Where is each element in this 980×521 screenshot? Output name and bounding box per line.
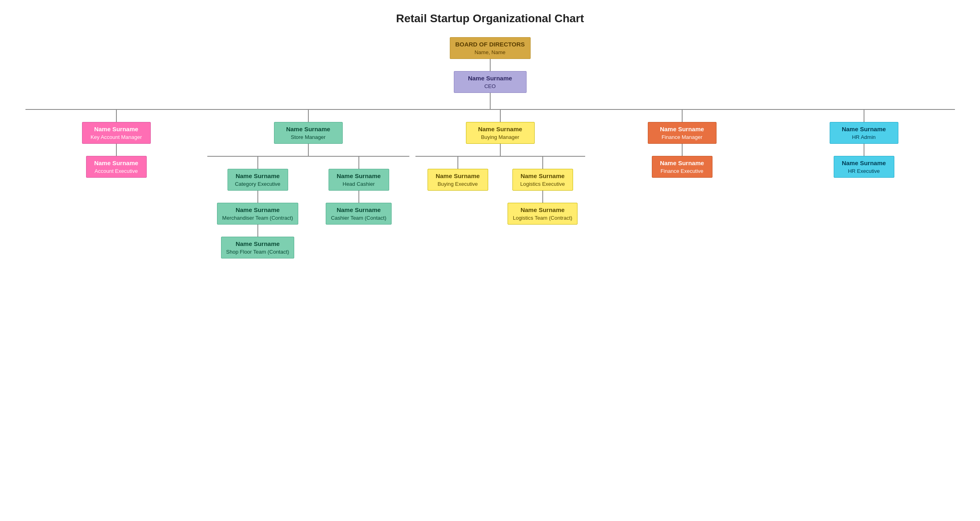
mt-role: Merchandiser Team (Contract)	[222, 215, 293, 221]
l1-row: Name Surname Key Account Manager Name Su…	[25, 110, 955, 258]
store-manager-node: Name Surname Store Manager	[274, 122, 343, 144]
ct-role: Cashier Team (Contact)	[331, 215, 386, 221]
conn-fm-fe	[682, 144, 683, 156]
chart-title: Retail Startup Organizational Chart	[396, 12, 584, 25]
finance-manager-node: Name Surname Finance Manager	[648, 122, 717, 144]
ct-name: Name Surname	[337, 206, 381, 213]
conn-ka	[116, 110, 117, 122]
ceo-name: Name Surname	[468, 75, 512, 82]
cat-exec-node: Name Surname Category Executive	[228, 169, 288, 191]
sf-name: Name Surname	[236, 240, 280, 247]
ceo-role: CEO	[484, 83, 495, 89]
dept-finance-col: Name Surname Finance Manager Name Surnam…	[591, 110, 773, 178]
dept-key-account-col: Name Surname Key Account Manager Name Su…	[25, 110, 207, 178]
board-node: BOARD OF DIRECTORS Name, Name	[450, 37, 531, 59]
buying-exec-node: Name Surname Buying Executive	[428, 169, 488, 191]
conn-ce-merch	[257, 191, 258, 203]
cashier-team-node: Name Surname Cashier Team (Contact)	[326, 203, 392, 225]
lt-role: Logistics Team (Contract)	[513, 215, 572, 221]
sm-children-row: Name Surname Category Executive Name Sur…	[207, 157, 409, 258]
hr-role: HR Admin	[852, 134, 876, 140]
logistics-exec-node: Name Surname Logistics Executive	[512, 169, 573, 191]
dept-store-col: Name Surname Store Manager Name Surn	[207, 110, 409, 258]
mt-name: Name Surname	[236, 206, 280, 213]
finance-exec-node: Name Surname Finance Executive	[652, 156, 712, 178]
conn-ce	[257, 157, 258, 169]
sf-role: Shop Floor Team (Contact)	[226, 249, 289, 255]
logistics-exec-col: Name Surname Logistics Executive Name Su…	[500, 157, 585, 225]
ae-name: Name Surname	[94, 160, 138, 166]
bm-role: Buying Manager	[481, 134, 519, 140]
conn-hc	[358, 157, 359, 169]
conn-hr	[864, 110, 864, 122]
ceo-node: Name Surname CEO	[454, 71, 527, 93]
ka-manager-node: Name Surname Key Account Manager	[82, 122, 151, 144]
hr-name: Name Surname	[842, 126, 886, 132]
fm-role: Finance Manager	[662, 134, 702, 140]
conn-merch-shop	[257, 225, 258, 237]
conn-bm-children	[500, 144, 501, 156]
hc-name: Name Surname	[337, 172, 381, 179]
he-name: Name Surname	[842, 160, 886, 166]
conn-le	[542, 157, 543, 169]
conn-hr-he	[864, 144, 864, 156]
org-chart: Retail Startup Organizational Chart BOAR…	[8, 12, 972, 258]
le-name: Name Surname	[521, 172, 565, 179]
bm-children-row: Name Surname Buying Executive Name Surna…	[415, 157, 585, 225]
conn-ka-child	[116, 144, 117, 156]
head-cashier-col: Name Surname Head Cashier Name Surname C…	[308, 157, 409, 258]
connector-board-ceo	[490, 59, 491, 71]
shop-floor-node: Name Surname Shop Floor Team (Contact)	[221, 237, 295, 258]
board-name: Name, Name	[474, 49, 506, 55]
ae-role: Account Executive	[95, 168, 138, 174]
hr-exec-node: Name Surname HR Executive	[834, 156, 894, 178]
buying-exec-col: Name Surname Buying Executive	[415, 157, 500, 225]
ka-name: Name Surname	[94, 126, 138, 132]
ce-name: Name Surname	[236, 172, 280, 179]
fe-name: Name Surname	[660, 160, 704, 166]
ka-role: Key Account Manager	[91, 134, 142, 140]
conn-bm	[500, 110, 501, 122]
logistics-team-node: Name Surname Logistics Team (Contract)	[508, 203, 577, 225]
acct-exec-node: Name Surname Account Executive	[86, 156, 147, 178]
conn-sm	[308, 110, 309, 122]
dept-buying-col: Name Surname Buying Manager Name Surname	[409, 110, 591, 225]
fm-name: Name Surname	[660, 126, 704, 132]
conn-hc-cashier	[358, 191, 359, 203]
ce-role: Category Executive	[235, 181, 280, 187]
connector-ceo-l1	[490, 93, 491, 109]
conn-le-lt	[542, 191, 543, 203]
sm-name: Name Surname	[286, 126, 330, 132]
be-name: Name Surname	[436, 172, 480, 179]
le-role: Logistics Executive	[520, 181, 565, 187]
conn-fm	[682, 110, 683, 122]
sm-role: Store Manager	[291, 134, 326, 140]
hr-admin-node: Name Surname HR Admin	[830, 122, 898, 144]
be-role: Buying Executive	[438, 181, 478, 187]
board-role: BOARD OF DIRECTORS	[455, 41, 525, 48]
fe-role: Finance Executive	[660, 168, 703, 174]
buying-manager-node: Name Surname Buying Manager	[466, 122, 535, 144]
dept-hr-col: Name Surname HR Admin Name Surname HR Ex…	[773, 110, 955, 178]
hc-role: Head Cashier	[343, 181, 375, 187]
conn-sm-children	[308, 144, 309, 156]
cat-exec-col: Name Surname Category Executive Name Sur…	[207, 157, 308, 258]
conn-be	[457, 157, 458, 169]
lt-name: Name Surname	[521, 206, 565, 213]
he-role: HR Executive	[848, 168, 880, 174]
head-cashier-node: Name Surname Head Cashier	[329, 169, 389, 191]
merch-team-node: Name Surname Merchandiser Team (Contract…	[217, 203, 298, 225]
bm-name: Name Surname	[478, 126, 522, 132]
